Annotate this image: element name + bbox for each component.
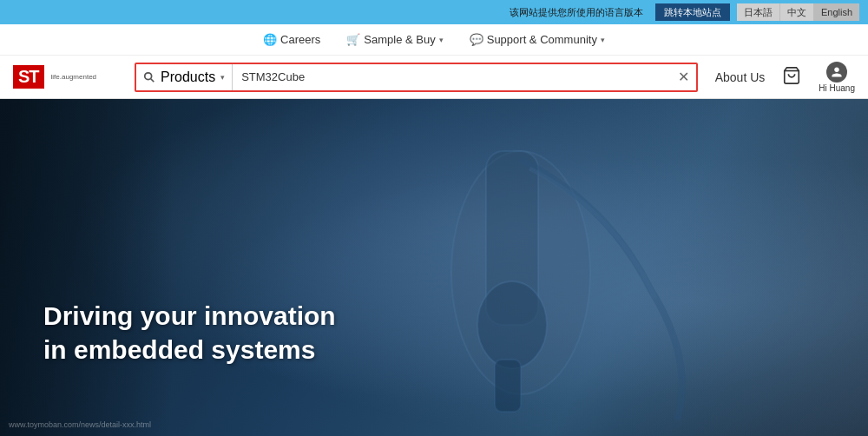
lang-japanese-button[interactable]: 日本語 [737,3,780,21]
svg-line-1 [151,78,155,82]
globe-icon: 🌐 [263,33,277,46]
main-header: ST life.augmented Products ▾ ✕ About Us [0,56,868,99]
support-chevron-icon: ▾ [601,36,605,44]
svg-point-0 [145,72,152,79]
language-bar: 该网站提供您所使用的语言版本 跳转本地站点 日本語 中文 English [0,0,868,24]
logo-area[interactable]: ST life.augmented [13,65,117,89]
hero-section: Driving your innovation in embedded syst… [0,99,868,436]
logo-tagline: life.augmented [51,73,96,82]
search-input[interactable] [233,70,671,83]
secondary-nav: 🌐 Careers 🛒 Sample & Buy ▾ 💬 Support & C… [0,24,868,56]
careers-label: Careers [280,33,320,46]
switch-local-site-button[interactable]: 跳转本地站点 [655,3,730,21]
cart-icon [782,66,801,85]
search-category-label: Products [161,69,215,85]
language-options: 日本語 中文 English [737,3,859,21]
user-avatar-icon [831,66,843,78]
nav-support-community[interactable]: 💬 Support & Community ▾ [470,33,605,46]
search-bar: Products ▾ ✕ [135,63,698,92]
search-clear-button[interactable]: ✕ [671,70,696,84]
sample-buy-label: Sample & Buy [364,33,435,46]
hero-left-overlay [0,99,174,436]
hero-title-line2: in embedded systems [43,333,336,367]
person-illustration [564,99,868,436]
category-chevron-icon: ▾ [220,73,225,82]
lang-chinese-button[interactable]: 中文 [780,3,814,21]
watermark: www.toymoban.com/news/detail-xxx.html [9,420,151,429]
about-us-link[interactable]: About Us [715,70,766,84]
nav-careers[interactable]: 🌐 Careers [263,33,320,46]
nav-sample-buy[interactable]: 🛒 Sample & Buy ▾ [346,33,443,46]
lang-english-button[interactable]: English [814,3,859,21]
search-icon [143,71,155,83]
st-logo: ST [13,65,44,89]
search-category-selector[interactable]: Products ▾ [136,64,233,90]
hero-title-line1: Driving your innovation [43,299,336,333]
cart-small-icon: 🛒 [346,33,360,46]
svg-rect-6 [495,360,521,412]
hero-text-block: Driving your innovation in embedded syst… [43,299,336,367]
sample-buy-chevron-icon: ▾ [439,36,444,44]
support-icon: 💬 [470,33,483,46]
user-account-button[interactable]: Hi Huang [819,62,855,93]
header-right: About Us Hi Huang [715,62,855,93]
user-name-label: Hi Huang [819,83,855,93]
user-avatar [826,62,847,83]
cart-button[interactable] [782,66,801,89]
support-community-label: Support & Community [487,33,597,46]
lang-notice-text: 该网站提供您所使用的语言版本 [510,6,643,19]
svg-point-5 [477,281,547,368]
